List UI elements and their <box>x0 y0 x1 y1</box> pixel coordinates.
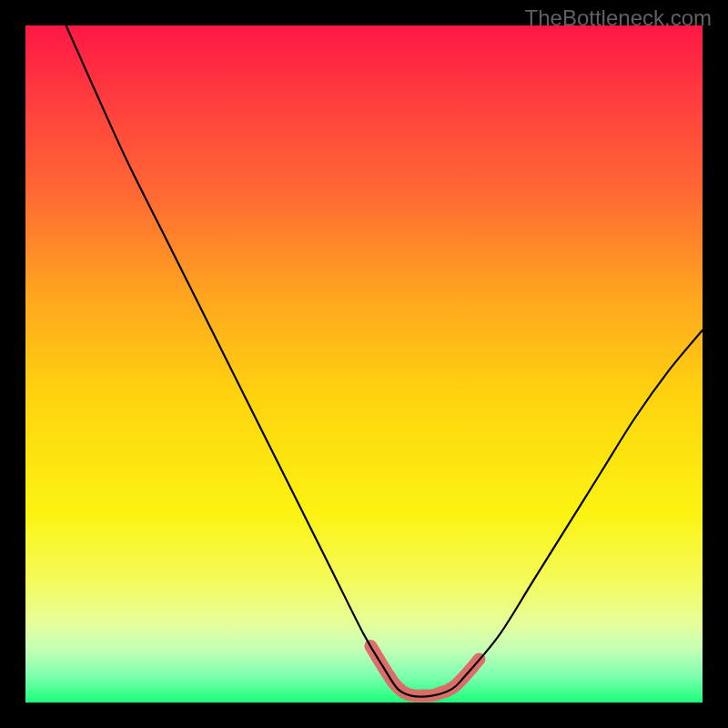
bottleneck-curve-line <box>66 25 703 697</box>
curve-layer <box>25 25 703 703</box>
watermark-text: TheBottleneck.com <box>525 5 712 31</box>
chart-container: TheBottleneck.com <box>0 0 728 728</box>
plot-area <box>25 25 703 703</box>
optimal-band-highlight <box>370 646 479 696</box>
